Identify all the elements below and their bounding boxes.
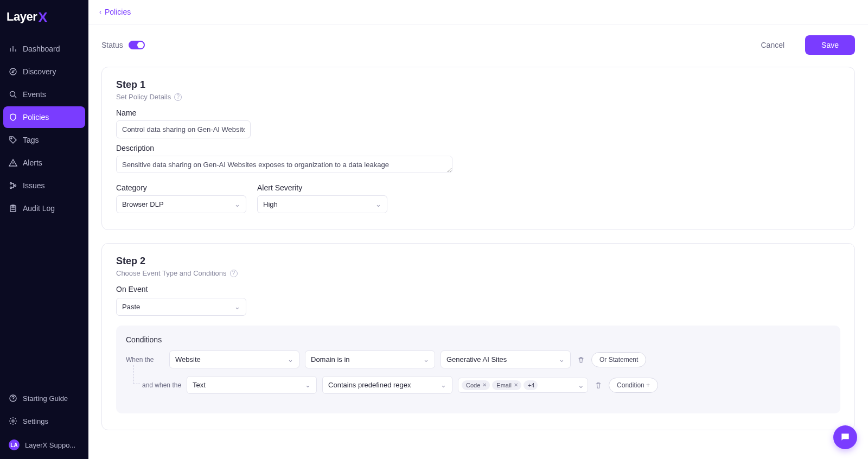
gear-icon — [9, 417, 17, 425]
sidebar-item-policies[interactable]: Policies — [3, 106, 85, 128]
step2-title: Step 2 — [116, 256, 840, 267]
sidebar-item-issues[interactable]: Issues — [3, 175, 85, 196]
chip-code: Code ✕ — [462, 380, 490, 390]
step1-panel: Step 1 Set Policy Details ? Name Descrip… — [101, 67, 855, 230]
sidebar-item-label: Alerts — [23, 158, 42, 167]
or-statement-button[interactable]: Or Statement — [591, 352, 646, 367]
save-button[interactable]: Save — [805, 35, 855, 55]
chevron-down-icon: ⌄ — [305, 381, 311, 389]
description-label: Description — [116, 144, 840, 152]
tag-icon — [9, 136, 17, 144]
chevron-down-icon: ⌄ — [578, 381, 584, 390]
chat-fab[interactable] — [833, 425, 857, 449]
category-value: Browser DLP — [122, 200, 164, 208]
search-icon — [9, 90, 17, 99]
status-label: Status — [101, 41, 123, 49]
chevron-down-icon: ⌄ — [559, 355, 565, 364]
condition-operator-value: Domain is in — [311, 355, 350, 364]
brand-logo: LayerX — [0, 0, 88, 36]
category-label: Category — [116, 183, 246, 192]
svg-point-0 — [10, 68, 16, 75]
chip-label: Email — [496, 382, 512, 388]
sidebar-item-starting-guide[interactable]: Starting Guide — [3, 387, 85, 409]
sidebar-item-events[interactable]: Events — [3, 84, 85, 105]
condition-value-select[interactable]: Generative AI Sites ⌄ — [441, 350, 571, 368]
condition-subject-select[interactable]: Website ⌄ — [169, 350, 299, 368]
policy-name-input[interactable] — [116, 120, 251, 138]
sidebar-item-label: Starting Guide — [23, 394, 68, 403]
brand-prefix: Layer — [7, 10, 37, 24]
sidebar-item-settings[interactable]: Settings — [3, 410, 85, 432]
chevron-down-icon: ⌄ — [234, 200, 240, 208]
avatar: LA — [9, 439, 20, 450]
step2-subtitle: Choose Event Type and Conditions ? — [116, 269, 840, 277]
chip-label: Code — [466, 382, 480, 388]
condition-subject-select[interactable]: Text ⌄ — [187, 376, 317, 394]
delete-condition-button[interactable] — [576, 355, 586, 365]
condition-operator-select[interactable]: Contains predefined regex ⌄ — [322, 376, 452, 394]
sidebar: LayerX Dashboard Discovery Events Polici… — [0, 0, 88, 459]
on-event-value: Paste — [122, 303, 140, 311]
cancel-button[interactable]: Cancel — [749, 35, 796, 55]
help-icon[interactable]: ? — [174, 93, 182, 101]
condition-row-2: and when the Text ⌄ Contains predefined … — [126, 376, 831, 394]
condition-regex-chips[interactable]: Code ✕ Email ✕ +4 ⌄ — [458, 378, 588, 393]
chevron-down-icon: ⌄ — [288, 355, 293, 364]
sidebar-item-tags[interactable]: Tags — [3, 129, 85, 151]
chevron-down-icon: ⌄ — [441, 381, 446, 389]
add-condition-button[interactable]: Condition + — [609, 378, 658, 393]
brand-suffix: X — [38, 12, 47, 23]
delete-condition-button[interactable] — [593, 380, 603, 390]
chip-remove-icon[interactable]: ✕ — [482, 382, 487, 388]
sidebar-user[interactable]: LA LayerX Suppo... — [3, 433, 85, 457]
sidebar-user-label: LayerX Suppo... — [25, 441, 75, 449]
toggle-knob — [137, 42, 144, 48]
step2-subtitle-text: Choose Event Type and Conditions — [116, 269, 227, 277]
condition-subject-value: Website — [175, 355, 201, 364]
chevron-down-icon: ⌄ — [423, 355, 429, 364]
bar-chart-icon — [9, 44, 17, 53]
sidebar-item-label: Policies — [23, 113, 49, 122]
chevron-down-icon: ⌄ — [234, 303, 240, 311]
sidebar-item-audit-log[interactable]: Audit Log — [3, 197, 85, 219]
chip-email: Email ✕ — [492, 380, 521, 390]
sidebar-item-label: Audit Log — [23, 204, 55, 213]
svg-point-1 — [10, 92, 15, 97]
help-icon[interactable]: ? — [230, 270, 238, 277]
sidebar-item-label: Settings — [23, 417, 48, 425]
step1-title: Step 1 — [116, 79, 840, 91]
breadcrumb-policies-link[interactable]: Policies — [105, 8, 131, 16]
on-event-select[interactable]: Paste ⌄ — [116, 298, 246, 316]
category-select[interactable]: Browser DLP ⌄ — [116, 195, 246, 213]
svg-point-3 — [10, 183, 12, 184]
condition-operator-value: Contains predefined regex — [328, 381, 411, 389]
clipboard-icon — [9, 204, 17, 213]
main: ‹ Policies Status Cancel Save Step 1 Set… — [88, 0, 868, 459]
condition-prefix: and when the — [142, 381, 181, 389]
severity-select[interactable]: High ⌄ — [257, 195, 387, 213]
alert-icon — [9, 158, 17, 167]
sidebar-item-label: Tags — [23, 136, 39, 144]
chevron-down-icon: ⌄ — [375, 200, 381, 208]
sidebar-item-discovery[interactable]: Discovery — [3, 61, 85, 82]
step1-subtitle: Set Policy Details ? — [116, 93, 840, 101]
conditions-title: Conditions — [126, 335, 831, 344]
status-toggle-group: Status — [101, 41, 145, 49]
svg-point-2 — [11, 138, 12, 139]
chevron-left-icon: ‹ — [99, 8, 101, 16]
sidebar-item-label: Dashboard — [23, 44, 60, 53]
step1-subtitle-text: Set Policy Details — [116, 93, 171, 101]
sidebar-item-alerts[interactable]: Alerts — [3, 152, 85, 174]
policy-description-input[interactable]: Sensitive data sharing on Gen-AI Website… — [116, 156, 452, 173]
condition-operator-select[interactable]: Domain is in ⌄ — [305, 350, 435, 368]
sidebar-item-label: Issues — [23, 181, 44, 190]
name-label: Name — [116, 109, 840, 117]
svg-point-4 — [10, 187, 12, 189]
status-toggle[interactable] — [129, 41, 145, 49]
step2-panel: Step 2 Choose Event Type and Conditions … — [101, 243, 855, 430]
issues-icon — [9, 181, 17, 190]
chip-remove-icon[interactable]: ✕ — [514, 382, 518, 388]
chip-more[interactable]: +4 — [524, 380, 538, 390]
sidebar-item-dashboard[interactable]: Dashboard — [3, 38, 85, 60]
compass-icon — [9, 67, 17, 76]
